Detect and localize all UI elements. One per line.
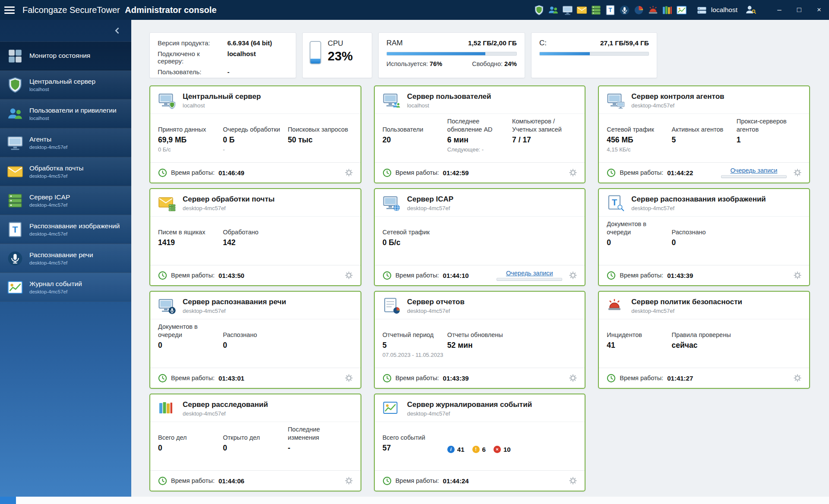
sidebar-item-speech-recognition[interactable]: Распознавание речиdesktop-4mc57ef xyxy=(0,244,131,273)
user-connection-icon[interactable] xyxy=(745,4,756,16)
stat-value: 456 МБ xyxy=(607,135,668,145)
server-card-central-server: Центральный серверlocalhostПринято данны… xyxy=(149,85,361,183)
uptime-label: Время работы: xyxy=(620,169,663,176)
toolbar-agents-icon[interactable] xyxy=(562,5,573,16)
sidebar-item-label: Сервер ICAP xyxy=(29,193,70,202)
card-stats: Пользователи20Последнее обновление AD6 м… xyxy=(375,114,585,162)
card-footer: Время работы:01:43:39 xyxy=(375,368,585,388)
card-stats: Сетевой трафик0 Б/с xyxy=(375,217,585,265)
sidebar-collapse-button[interactable] xyxy=(113,26,122,35)
sidebar-item-label: Распознавание изображений xyxy=(29,222,120,230)
toolbar-image-recognition-icon[interactable]: T xyxy=(605,5,616,16)
card-settings-gear-icon[interactable] xyxy=(566,372,579,384)
card-header: Центральный серверlocalhost xyxy=(150,86,361,114)
stat-value: 41 xyxy=(607,341,668,350)
uptime-clock-icon xyxy=(383,476,392,485)
server-card-agents-control-server: Сервер контроля агентовdesktop-4mc57efСе… xyxy=(598,85,810,183)
sidebar-item-agents[interactable]: Агентыdesktop-4mc57ef xyxy=(0,128,131,157)
app-title: Falcongaze SecureTower Administrator con… xyxy=(22,5,217,15)
server-card-reports-server: Сервер отчетовdesktop-4mc57efОтчетный пе… xyxy=(374,291,586,389)
stat-label: Очередь обработки xyxy=(223,116,284,134)
card-settings-gear-icon[interactable] xyxy=(342,474,355,487)
sidebar-item-mail-processing[interactable]: Обработка почтыdesktop-4mc57ef xyxy=(0,157,131,186)
card-settings-gear-icon[interactable] xyxy=(342,166,355,179)
card-footer: Время работы:01:44:22Очередь записи xyxy=(599,162,809,183)
card-settings-gear-icon[interactable] xyxy=(791,166,804,179)
toolbar-icap-icon[interactable] xyxy=(591,5,601,16)
taskbar-peek[interactable] xyxy=(0,497,16,504)
stat-label: Отчеты обновлены xyxy=(447,321,509,339)
card-host: desktop-4mc57ef xyxy=(631,102,724,109)
minimize-button[interactable]: – xyxy=(769,0,789,20)
uptime-label: Время работы: xyxy=(396,169,439,176)
write-queue-link[interactable]: Очередь записи xyxy=(506,270,553,277)
card-host: desktop-4mc57ef xyxy=(407,308,465,314)
sidebar-item-users-privileges[interactable]: Пользователи и привилегииlocalhost xyxy=(0,99,131,128)
card-titles: Сервер пользователейlocalhost xyxy=(407,92,491,109)
card-footer: Время работы:01:44:24 xyxy=(375,470,585,491)
app-window: Falcongaze SecureTower Administrator con… xyxy=(0,0,829,504)
uptime-label: Время работы: xyxy=(396,477,439,484)
product-info-label: Версия продукта: xyxy=(158,39,228,47)
stat: Обработано142 xyxy=(223,218,288,261)
app-title-console: Administrator console xyxy=(125,5,216,15)
uptime-label: Время работы: xyxy=(620,375,663,381)
write-queue-link[interactable]: Очередь записи xyxy=(731,167,778,174)
product-info-value: - xyxy=(228,68,288,76)
card-settings-gear-icon[interactable] xyxy=(566,269,579,282)
toolbar-central-server-icon[interactable] xyxy=(534,5,544,16)
card-settings-gear-icon[interactable] xyxy=(342,269,355,282)
error-badge-count: 10 xyxy=(503,446,511,453)
close-button[interactable]: × xyxy=(809,0,829,20)
toolbar-investigations-icon[interactable] xyxy=(662,5,673,16)
card-settings-gear-icon[interactable] xyxy=(791,269,804,282)
card-title: Сервер обработки почты xyxy=(183,195,275,204)
stat-value: 0 xyxy=(158,341,219,350)
stat-value: 5 xyxy=(383,341,444,350)
stat-label: Инцидентов xyxy=(607,321,668,339)
sidebar-item-texts: Сервер ICAPdesktop-4mc57ef xyxy=(29,193,70,208)
stat: Всего событий57 xyxy=(383,424,447,467)
toolbar-mail-processing-icon[interactable] xyxy=(576,5,587,16)
security-policies-server-icon xyxy=(607,297,625,315)
card-header: Сервер политик безопасностиdesktop-4mc57… xyxy=(599,292,809,319)
server-card-security-policies-server: Сервер политик безопасностиdesktop-4mc57… xyxy=(598,291,810,389)
card-footer-right xyxy=(342,269,355,282)
stat-label: Всего событий xyxy=(383,424,444,442)
stat-value: 6 мин xyxy=(447,135,509,145)
card-settings-gear-icon[interactable] xyxy=(791,372,804,384)
hamburger-menu-icon[interactable] xyxy=(4,3,19,17)
toolbar-event-journal-icon[interactable] xyxy=(676,5,687,16)
stat-value: 0 xyxy=(223,444,284,453)
sidebar-item-icap-server[interactable]: Сервер ICAPdesktop-4mc57ef xyxy=(0,186,131,215)
stat-label: Отчетный период xyxy=(383,321,444,339)
card-footer-right: Очередь записи xyxy=(497,269,579,282)
server-selector[interactable]: localhost xyxy=(696,5,737,16)
uptime-clock-icon xyxy=(158,168,167,177)
sidebar-item-event-journal[interactable]: Журнал событийdesktop-4mc57ef xyxy=(0,273,131,302)
stat-label: Распознано xyxy=(223,321,284,339)
stat-value: 0 Б/с xyxy=(383,238,444,247)
toolbar-security-policies-icon[interactable] xyxy=(648,5,658,16)
card-settings-gear-icon[interactable] xyxy=(342,372,355,384)
uptime-clock-icon xyxy=(607,374,616,383)
agents-icon xyxy=(7,135,23,151)
maximize-button[interactable]: □ xyxy=(789,0,809,20)
toolbar-users-icon[interactable] xyxy=(548,5,559,16)
toolbar-reports-icon[interactable] xyxy=(633,5,644,16)
stat-label: Сетевой трафик xyxy=(607,116,668,134)
card-settings-gear-icon[interactable] xyxy=(566,166,579,179)
sidebar-item-central-server[interactable]: Центральный серверlocalhost xyxy=(0,70,131,99)
sidebar-item-image-recognition[interactable]: TРаспознавание изображенийdesktop-4mc57e… xyxy=(0,215,131,244)
toolbar-speech-recognition-icon[interactable] xyxy=(619,5,630,16)
server-card-mail-processing-server: Сервер обработки почтыdesktop-4mc57efПис… xyxy=(149,188,361,286)
card-settings-gear-icon[interactable] xyxy=(566,474,579,487)
error-badge-icon: × xyxy=(494,446,501,453)
sidebar-item-status-monitor[interactable]: Монитор состояния xyxy=(0,41,131,70)
card-titles: Сервер обработки почтыdesktop-4mc57ef xyxy=(183,195,275,211)
card-host: desktop-4mc57ef xyxy=(183,410,268,417)
uptime-label: Время работы: xyxy=(171,169,215,176)
stat-value: 0 xyxy=(158,444,219,453)
card-footer-right xyxy=(342,166,355,179)
stat-label: Компьютеров / Учетных записей xyxy=(512,116,573,134)
